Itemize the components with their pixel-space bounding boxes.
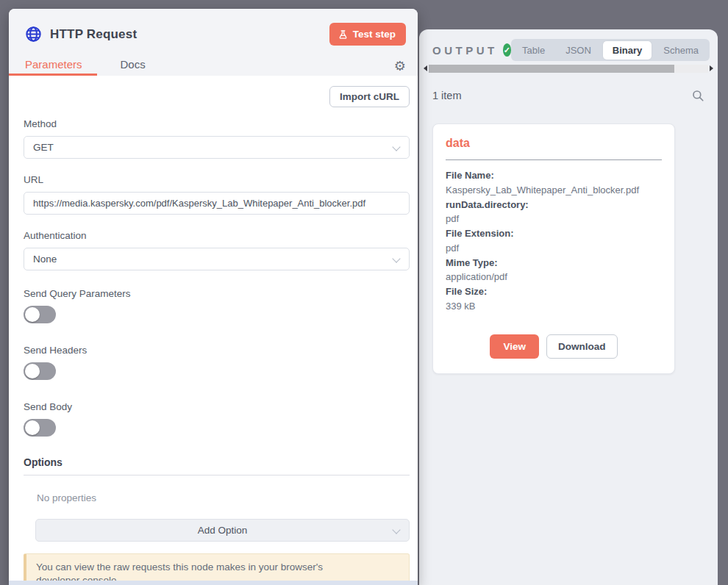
toggle-knob [25, 420, 40, 435]
scrollbar-track[interactable] [429, 65, 708, 73]
authentication-label: Authentication [24, 230, 410, 241]
tab-schema[interactable]: Schema [653, 40, 709, 60]
prop-label: runData.directory: [446, 198, 662, 212]
chevron-down-icon [392, 254, 400, 262]
chevron-down-icon [392, 525, 400, 534]
no-properties-text: No properties [37, 492, 410, 503]
globe-icon [25, 26, 42, 43]
toggle-knob [25, 307, 40, 322]
authentication-value: None [33, 254, 57, 265]
import-curl-button[interactable]: Import cURL [329, 86, 410, 107]
binary-key: data [446, 137, 662, 150]
scroll-left-arrow[interactable] [424, 65, 427, 71]
chevron-down-icon [392, 143, 400, 151]
search-icon[interactable] [691, 89, 704, 102]
card-divider [446, 159, 662, 160]
send-body-toggle[interactable] [24, 419, 56, 437]
prop-label: File Size: [446, 284, 662, 299]
flask-icon [338, 29, 348, 40]
node-header: HTTP Request Test step Parameters Docs ⚙ [9, 9, 418, 76]
authentication-select[interactable]: None [24, 248, 410, 270]
output-panel: OUTPUT ✓ Table JSON Binary Schema 1 item… [419, 29, 718, 585]
toggle-knob [25, 364, 40, 378]
send-headers-toggle[interactable] [24, 362, 56, 380]
test-step-button[interactable]: Test step [329, 23, 406, 46]
prop-label: Mime Type: [446, 256, 662, 270]
horizontal-scrollbar[interactable] [424, 64, 713, 73]
prop-value: 339 kB [446, 299, 662, 314]
prop-value: application/pdf [446, 270, 662, 284]
url-input[interactable] [24, 192, 410, 215]
options-heading: Options [24, 456, 410, 475]
prop-label: File Extension: [446, 226, 662, 241]
success-check-icon: ✓ [503, 43, 511, 57]
scrollbar-thumb[interactable] [429, 65, 674, 73]
panel-bottom-strip [9, 581, 418, 585]
prop-value: Kaspersky_Lab_Whitepaper_Anti_blocker.pd… [446, 183, 662, 198]
binary-data-card: data File Name: Kaspersky_Lab_Whitepaper… [432, 123, 675, 374]
active-tab-underline [9, 73, 97, 76]
output-tab-group: Table JSON Binary Schema [511, 39, 710, 61]
send-headers-label: Send Headers [24, 345, 410, 356]
tab-binary[interactable]: Binary [603, 41, 652, 60]
node-title: HTTP Request [50, 27, 137, 42]
add-option-select[interactable]: Add Option [35, 519, 410, 542]
prop-value: pdf [446, 212, 662, 226]
scroll-right-arrow[interactable] [710, 65, 713, 71]
send-body-label: Send Body [24, 401, 410, 412]
method-select[interactable]: GET [24, 136, 410, 159]
method-value: GET [33, 142, 54, 153]
tab-table[interactable]: Table [512, 40, 555, 60]
add-option-label: Add Option [198, 525, 248, 536]
test-step-label: Test step [353, 29, 396, 40]
download-button[interactable]: Download [546, 334, 618, 359]
prop-label: File Name: [446, 168, 662, 183]
gear-icon[interactable]: ⚙ [394, 60, 406, 79]
send-query-parameters-label: Send Query Parameters [24, 288, 410, 299]
tab-json[interactable]: JSON [555, 40, 602, 60]
view-button[interactable]: View [490, 334, 539, 359]
url-label: URL [24, 174, 410, 185]
tab-docs[interactable]: Docs [121, 58, 146, 79]
send-query-parameters-toggle[interactable] [24, 306, 56, 323]
prop-value: pdf [446, 241, 662, 256]
output-title: OUTPUT [432, 44, 498, 57]
items-count: 1 item [432, 90, 462, 101]
method-label: Method [24, 118, 410, 129]
http-request-node-panel: HTTP Request Test step Parameters Docs ⚙… [9, 9, 418, 585]
